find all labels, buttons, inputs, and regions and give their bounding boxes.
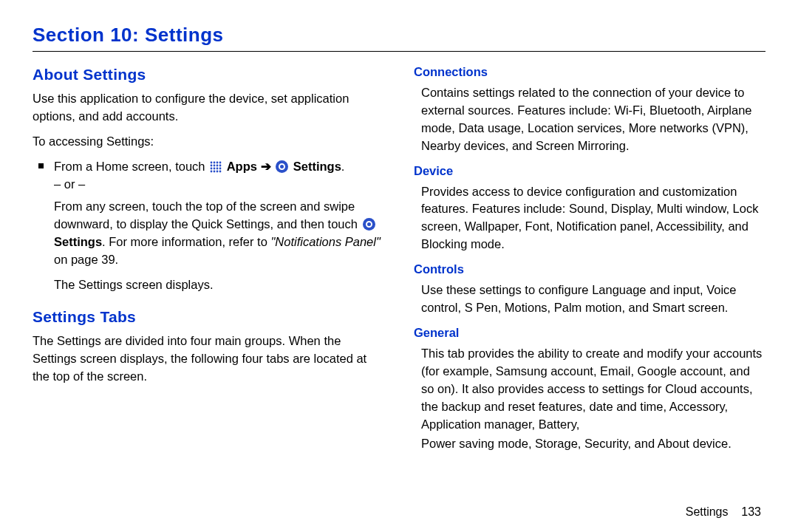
general-desc-2: Power saving mode, Storage, Security, an…	[414, 435, 765, 453]
bullet-icon	[38, 163, 44, 168]
two-column-layout: About Settings Use this application to c…	[33, 59, 765, 460]
settings-gear-icon	[276, 160, 288, 173]
device-desc: Provides access to device configuration …	[414, 183, 765, 254]
arrow-icon: ➔	[261, 160, 275, 173]
left-column: About Settings Use this application to c…	[33, 59, 384, 460]
svg-point-7	[219, 165, 222, 167]
svg-point-3	[219, 162, 222, 164]
apps-grid-icon	[210, 161, 222, 173]
general-desc-1: This tab provides the ability to create …	[414, 345, 765, 434]
svg-point-6	[216, 165, 219, 167]
ref-italic: "Notifications Panel"	[270, 235, 380, 248]
controls-desc: Use these settings to configure Language…	[414, 282, 765, 317]
apps-label: Apps	[227, 160, 257, 173]
svg-point-9	[214, 168, 216, 170]
svg-point-0	[211, 162, 213, 164]
text-post: . For more information, refer to	[102, 235, 267, 248]
svg-point-12	[211, 171, 213, 173]
svg-point-11	[219, 168, 222, 170]
settings-gear-icon	[363, 218, 375, 231]
page-footer: Settings 133	[686, 505, 761, 519]
to-accessing: To accessing Settings:	[33, 133, 384, 151]
svg-point-10	[216, 168, 219, 170]
text-pre: From a Home screen, touch	[54, 160, 205, 173]
screen-displays: The Settings screen displays.	[54, 276, 384, 294]
settings-label-2: Settings	[54, 235, 102, 248]
svg-point-5	[214, 165, 216, 167]
svg-point-15	[219, 171, 222, 173]
general-heading: General	[414, 324, 765, 342]
svg-point-8	[211, 168, 213, 170]
controls-heading: Controls	[414, 261, 765, 279]
bullet-item: From a Home screen, touch Apps ➔ Setting…	[33, 158, 384, 301]
svg-point-4	[211, 165, 213, 167]
about-settings-desc: Use this application to configure the de…	[33, 90, 384, 126]
or-line: – or –	[54, 176, 384, 194]
from-any-screen-line: From any screen, touch the top of the sc…	[54, 198, 384, 269]
svg-point-2	[216, 162, 219, 164]
from-home-line: From a Home screen, touch Apps ➔ Setting…	[54, 158, 384, 176]
section-title: Section 10: Settings	[33, 24, 765, 47]
footer-page-number: 133	[741, 505, 761, 518]
settings-label: Settings	[293, 160, 341, 173]
about-settings-heading: About Settings	[33, 64, 384, 86]
right-column: Connections Contains settings related to…	[414, 59, 765, 460]
svg-point-14	[216, 171, 219, 173]
divider	[33, 51, 765, 52]
ref-tail: on page 39.	[54, 253, 118, 266]
svg-point-1	[214, 162, 216, 164]
settings-tabs-heading: Settings Tabs	[33, 306, 384, 328]
connections-desc: Contains settings related to the connect…	[414, 84, 765, 155]
period: .	[341, 160, 345, 173]
connections-heading: Connections	[414, 64, 765, 81]
svg-point-13	[214, 171, 216, 173]
footer-label: Settings	[686, 505, 729, 518]
settings-tabs-desc: The Settings are divided into four main …	[33, 332, 384, 386]
device-heading: Device	[414, 163, 765, 180]
text-pre2: From any screen, touch the top of the sc…	[54, 200, 358, 231]
